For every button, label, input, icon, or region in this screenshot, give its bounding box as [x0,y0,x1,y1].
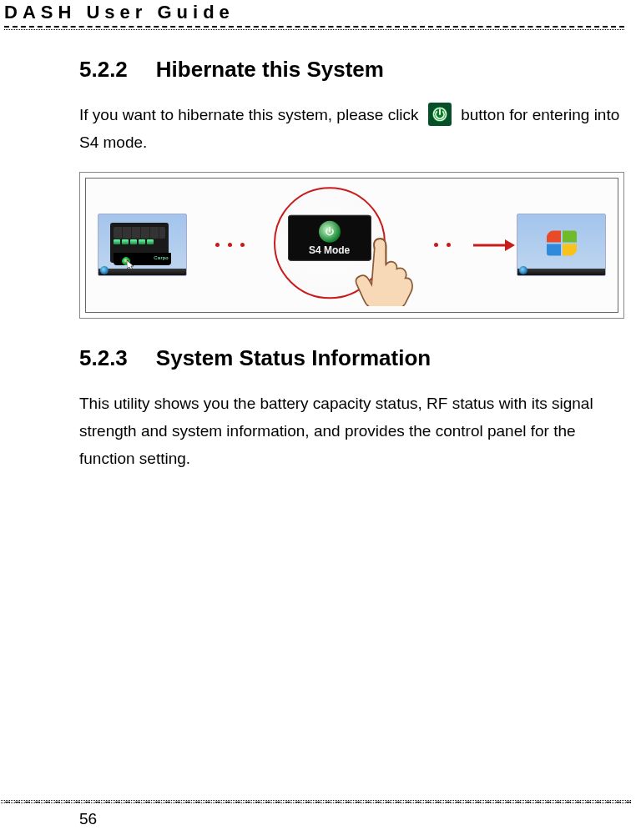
header-rule [4,26,624,30]
hibernate-text-a: If you want to hibernate this system, pl… [79,106,419,123]
document-header: DASH User Guide [4,0,624,23]
windows-logo-icon [547,230,577,255]
figure-right-start-orb [519,266,527,274]
arrow-right-icon [470,238,517,253]
footer-rule [0,800,631,803]
svg-marker-3 [505,239,515,251]
section-heading-status: 5.2.3System Status Information [79,345,624,371]
power-icon [319,221,341,243]
page-number: 56 [79,810,97,828]
figure-left-start-orb [100,266,109,274]
figure-s4-label: S4 Mode [309,244,350,256]
figure-s4-tile: S4 Mode [288,215,371,261]
hibernate-paragraph: If you want to hibernate this system, pl… [79,101,624,157]
page: DASH User Guide 5.2.2Hibernate this Syst… [0,0,641,840]
figure-left-desktop: Carpo [98,214,187,276]
power-icon [428,103,452,126]
figure-frame-outer: Carpo [79,172,624,319]
section-number: 5.2.3 [79,345,128,371]
figure-right-desktop [517,214,606,276]
figure-zoom-ring: S4 Mode [274,187,386,299]
hibernate-figure: Carpo [85,178,618,313]
figure-dotted-trail-left [187,243,274,247]
figure-left-taskbar [98,269,186,275]
section-heading-hibernate: 5.2.2Hibernate this System [79,57,624,83]
figure-dotted-trail-right [416,243,470,247]
section-title: Hibernate this System [156,57,384,82]
figure-center-zoom: S4 Mode [274,191,416,299]
figure-left-thumbs [114,239,154,244]
section-number: 5.2.2 [79,57,128,83]
section-title: System Status Information [156,345,431,370]
status-paragraph: This utility shows you the battery capac… [79,390,624,473]
figure-right-taskbar [517,269,605,275]
